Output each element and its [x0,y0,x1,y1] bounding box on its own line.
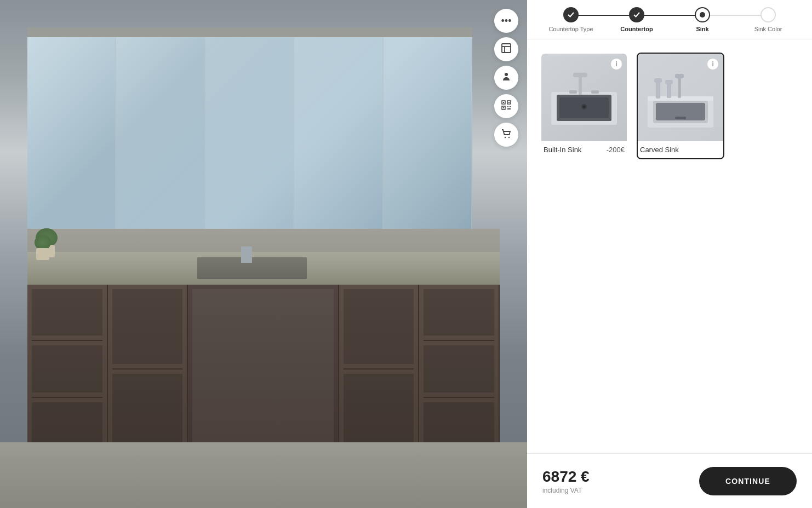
mirror-area [27,27,472,235]
svg-rect-5 [503,102,504,103]
cabinet [27,285,500,453]
sink-depression [197,257,307,279]
svg-rect-28 [656,81,660,99]
svg-point-23 [583,106,586,108]
avatar-button[interactable] [494,66,518,90]
svg-rect-29 [654,78,662,83]
price-total: 6872 € [542,468,590,486]
svg-point-3 [505,73,508,76]
continue-button[interactable]: CONTINUE [699,467,797,495]
price-block: 6872 € including VAT [542,468,590,494]
step-circle-sink-color [760,7,776,22]
bottom-bar: 6872 € including VAT CONTINUE [527,453,812,508]
steps-bar: Countertop Type Countertop Sink Sink Col… [527,0,812,39]
step-circle-sink [695,7,710,22]
svg-point-14 [508,136,510,137]
fullscreen-button[interactable] [494,37,518,61]
options-area: i Built-In Sink -200€ [527,39,812,453]
step-countertop: Countertop [604,7,670,32]
svg-rect-33 [675,74,684,78]
svg-rect-31 [665,80,673,84]
option-carved-sink[interactable]: i Carved Sink [637,53,724,159]
step-circle-countertop [629,7,644,22]
cart-button[interactable] [494,123,518,147]
svg-rect-0 [502,44,511,53]
svg-rect-11 [510,106,511,107]
option-builtin-sink[interactable]: i Built-In Sink -200€ [540,53,628,159]
svg-point-13 [505,136,506,137]
svg-rect-9 [503,107,504,108]
fullscreen-icon [501,43,512,56]
price-vat-label: including VAT [542,487,590,494]
svg-rect-19 [573,73,587,77]
viewer-panel: ••• [0,0,527,508]
step-label-sink-color: Sink Color [754,26,782,32]
option-name-builtin: Built-In Sink [544,146,581,154]
step-label-countertop-type: Countertop Type [548,26,593,32]
svg-rect-30 [667,83,671,98]
svg-rect-20 [569,90,577,94]
info-button-builtin[interactable]: i [610,58,622,70]
more-options-button[interactable]: ••• [494,9,518,33]
step-countertop-type: Countertop Type [538,7,604,32]
cart-icon [501,128,512,142]
qr-button[interactable] [494,94,518,118]
toolbar: ••• [494,9,518,147]
option-footer-builtin: Built-In Sink -200€ [541,141,627,158]
svg-rect-18 [579,76,582,95]
step-sink-color: Sink Color [735,7,801,32]
svg-rect-12 [507,108,511,109]
info-button-carved[interactable]: i [707,58,719,70]
options-grid: i Built-In Sink -200€ [540,53,799,159]
floor [0,442,527,508]
svg-rect-32 [678,77,681,98]
builtin-sink-svg [548,62,620,133]
option-price-builtin: -200€ [607,146,625,154]
svg-rect-7 [508,102,510,103]
config-panel: Countertop Type Countertop Sink Sink Col… [527,0,812,508]
option-image-carved: i [638,54,723,141]
svg-rect-10 [507,106,508,107]
option-image-builtin: i [541,54,627,141]
option-footer-carved: Carved Sink [638,141,723,158]
step-label-countertop: Countertop [620,26,653,32]
step-sink: Sink [670,7,735,32]
step-label-sink: Sink [696,26,708,32]
bathroom-scene: ••• [0,0,527,508]
plant-right [33,233,60,260]
faucet [241,246,252,263]
qr-icon [501,100,511,113]
step-circle-countertop-type [563,7,579,22]
person-icon [501,71,512,85]
carved-sink-svg [645,62,716,133]
svg-rect-21 [591,90,599,94]
option-name-carved: Carved Sink [640,146,679,154]
svg-rect-34 [675,117,686,119]
more-icon: ••• [501,15,512,27]
